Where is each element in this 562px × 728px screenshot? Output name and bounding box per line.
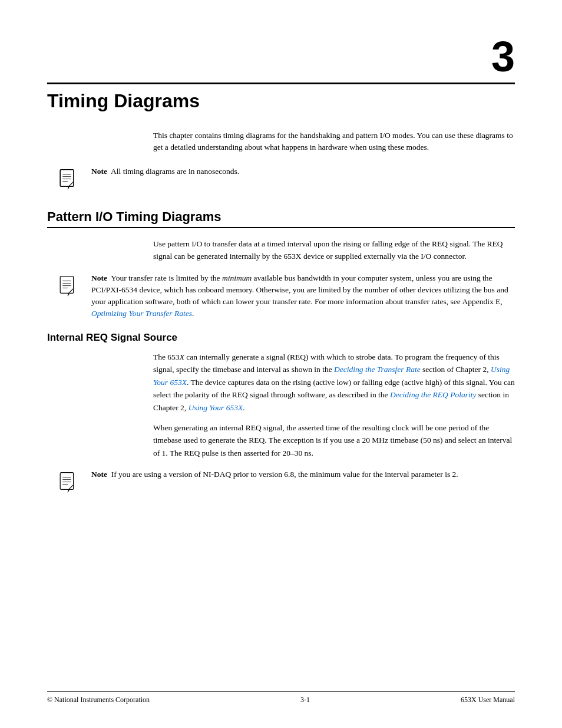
- note1-content: Note All timing diagrams are in nanoseco…: [91, 166, 239, 177]
- note2-block: Note Your transfer rate is limited by th…: [53, 272, 515, 320]
- note1-icon: [53, 166, 82, 195]
- footer-center: 3-1: [300, 696, 310, 704]
- note3-content: Note If you are using a version of NI-DA…: [91, 469, 515, 480]
- deciding-transfer-rate-link[interactable]: Deciding the Transfer Rate: [334, 365, 421, 374]
- footer-right: 653X User Manual: [461, 696, 515, 704]
- section1-content: Use pattern I/O to transfer data at a ti…: [153, 238, 515, 263]
- chapter-header: 3: [47, 35, 515, 84]
- page: 3 Timing Diagrams This chapter contains …: [0, 0, 562, 728]
- deciding-req-polarity-link[interactable]: Deciding the REQ Polarity: [390, 390, 477, 399]
- footer: © National Instruments Corporation 3-1 6…: [47, 691, 515, 704]
- intro-text: This chapter contains timing diagrams fo…: [153, 130, 515, 154]
- optimizing-link[interactable]: Optimizing Your Transfer Rates: [91, 309, 192, 318]
- section1-title: Pattern I/O Timing Diagrams: [47, 209, 515, 228]
- subsection1-title: Internal REQ Signal Source: [47, 332, 515, 344]
- subsection1-content: The 653X can internally generate a signa…: [153, 351, 515, 460]
- using-653x-link2[interactable]: Using Your 653X: [189, 403, 243, 412]
- note2-content: Note Your transfer rate is limited by th…: [91, 272, 515, 320]
- using-653x-link1[interactable]: Using Your 653X: [153, 365, 510, 387]
- chapter-title: Timing Diagrams: [47, 90, 515, 112]
- note3-block: Note If you are using a version of NI-DA…: [53, 469, 515, 498]
- chapter-number: 3: [491, 35, 515, 78]
- note3-icon: [53, 469, 82, 498]
- note2-icon: [53, 272, 82, 302]
- note1-block: Note All timing diagrams are in nanoseco…: [53, 166, 515, 195]
- footer-left: © National Instruments Corporation: [47, 696, 150, 704]
